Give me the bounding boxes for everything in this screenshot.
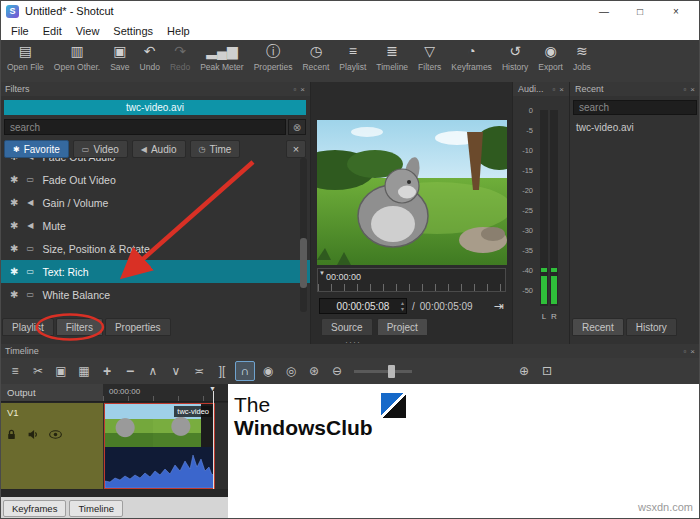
close-panel-icon[interactable]: ×: [690, 85, 695, 94]
ripple-icon[interactable]: ◎: [281, 361, 301, 381]
properties-button[interactable]: ⓘProperties: [250, 43, 297, 72]
scrub-while-dragging-icon[interactable]: ◉: [258, 361, 278, 381]
timeline-icon: ≣: [386, 43, 398, 60]
playhead-line[interactable]: [213, 391, 214, 489]
filter-item-fade-out-audio[interactable]: ✱◀Fade Out Audio: [0, 158, 310, 168]
zoom-in-icon[interactable]: ⊕: [514, 361, 534, 381]
filters-button[interactable]: ▽Filters: [414, 43, 445, 72]
float-panel-icon[interactable]: ▫: [552, 85, 555, 94]
v1-track-header[interactable]: V1: [0, 403, 103, 489]
close-panel-icon[interactable]: ×: [690, 347, 695, 356]
timeline-menu-icon[interactable]: ≡: [5, 361, 25, 381]
filter-tab-video[interactable]: ▭Video: [73, 140, 128, 158]
maximize-button[interactable]: □: [622, 0, 658, 22]
filter-tab-audio[interactable]: ◀Audio: [132, 140, 186, 158]
close-panel-icon[interactable]: ×: [300, 85, 305, 94]
dock-tab-keyframes[interactable]: Keyframes: [3, 500, 66, 517]
menu-edit[interactable]: Edit: [36, 24, 69, 38]
float-panel-icon[interactable]: ▫: [683, 347, 686, 356]
skip-to-end-button[interactable]: ⇥: [494, 299, 504, 313]
menu-settings[interactable]: Settings: [106, 24, 160, 38]
playhead-marker-icon[interactable]: ▼: [319, 270, 325, 276]
current-clip-name: twc-video.avi: [4, 100, 306, 115]
spin-down-icon[interactable]: ▾: [401, 306, 404, 312]
filter-tab-time[interactable]: ◷Time: [190, 140, 241, 158]
recent-file-item[interactable]: twc-video.avi: [576, 122, 634, 133]
ripple-delete-icon[interactable]: −: [120, 361, 140, 381]
filter-item-gain-volume[interactable]: ✱◀Gain / Volume: [0, 191, 310, 214]
preview-scrubber[interactable]: ▼ 00:00:00: [317, 268, 506, 292]
mute-speaker-icon[interactable]: [27, 429, 39, 440]
title-bar: S Untitled* - Shotcut — □ ×: [0, 0, 700, 22]
dock-tab-timeline[interactable]: Timeline: [69, 500, 123, 517]
dock-tab-recent[interactable]: Recent: [572, 318, 624, 336]
lift-icon[interactable]: ∧: [143, 361, 163, 381]
timeline-panel-header: Timeline ▫ ×: [0, 344, 700, 358]
playlist-button[interactable]: ≡Playlist: [335, 43, 370, 72]
overwrite-icon[interactable]: ∨: [166, 361, 186, 381]
preview-tab-project[interactable]: Project: [377, 318, 428, 336]
db-scale-label: -40: [515, 266, 533, 275]
copy-icon[interactable]: ▣: [51, 361, 71, 381]
scrollbar-thumb[interactable]: [300, 238, 307, 288]
favorite-star-icon: ✱: [10, 266, 18, 277]
open-file-button[interactable]: ▤Open File: [3, 43, 48, 72]
output-track-header[interactable]: Output: [0, 384, 103, 402]
channel-label-right: R: [550, 312, 558, 321]
recent-button[interactable]: ◷Recent: [298, 43, 333, 72]
ripple-all-tracks-icon[interactable]: ⊛: [304, 361, 324, 381]
filter-item-mute[interactable]: ✱◀Mute: [0, 214, 310, 237]
menu-help[interactable]: Help: [160, 24, 197, 38]
history-button[interactable]: ↺History: [498, 43, 532, 72]
menu-file[interactable]: File: [4, 24, 36, 38]
filter-list-scrollbar[interactable]: [300, 158, 307, 312]
paste-icon[interactable]: ▦: [74, 361, 94, 381]
jobs-button[interactable]: ≋Jobs: [569, 43, 595, 72]
append-icon[interactable]: +: [97, 361, 117, 381]
current-time-field[interactable]: 00:00:05:08 ▴▾: [319, 298, 407, 314]
zoom-fit-icon[interactable]: ⊡: [537, 361, 557, 381]
clear-search-icon[interactable]: ⊗: [288, 119, 306, 135]
close-panel-icon[interactable]: ×: [559, 85, 564, 94]
dock-tab-filters[interactable]: Filters: [56, 318, 103, 336]
filter-item-white-balance[interactable]: ✱▭White Balance: [0, 283, 310, 306]
dock-tab-history[interactable]: History: [626, 318, 677, 336]
recent-search-input[interactable]: [573, 100, 697, 115]
preview-tab-source[interactable]: Source: [321, 318, 373, 336]
marker-icon[interactable]: ≍: [189, 361, 209, 381]
filter-tab-favorite[interactable]: ✱Favorite: [4, 140, 69, 158]
minimize-button[interactable]: —: [586, 0, 622, 22]
cut-icon[interactable]: ✂: [28, 361, 48, 381]
close-button[interactable]: ×: [658, 0, 694, 22]
save-button[interactable]: ▣Save: [106, 43, 133, 72]
filter-item-fade-out-video[interactable]: ✱▭Fade Out Video: [0, 168, 310, 191]
v1-track-lane: twc-video: [103, 403, 228, 489]
zoom-out-icon[interactable]: ⊖: [327, 361, 347, 381]
hide-eye-icon[interactable]: [49, 430, 62, 439]
split-icon[interactable]: ][: [212, 361, 232, 381]
menu-bar: File Edit View Settings Help: [0, 22, 700, 40]
filter-item-size-position-rotate[interactable]: ✱▭Size, Position & Rotate: [0, 237, 310, 260]
timeline-button[interactable]: ≣Timeline: [372, 43, 412, 72]
db-scale-label: -5: [515, 126, 533, 135]
zoom-slider-thumb[interactable]: [388, 365, 395, 378]
lock-icon[interactable]: [6, 429, 17, 440]
peak-meter-button[interactable]: ▂▄▆Peak Meter: [196, 43, 247, 72]
open-other-button[interactable]: ▥Open Other.: [50, 43, 104, 72]
recent-panel-title: Recent: [575, 84, 604, 94]
favorite-star-icon: ✱: [10, 197, 18, 208]
filter-item-text-rich[interactable]: ✱▭Text: Rich: [0, 260, 310, 283]
export-button[interactable]: ◉Export: [534, 43, 567, 72]
dock-tab-properties[interactable]: Properties: [105, 318, 171, 336]
snap-magnet-icon[interactable]: ∩: [235, 361, 255, 381]
undo-button[interactable]: ↶Undo: [136, 43, 164, 72]
float-panel-icon[interactable]: ▫: [293, 85, 296, 94]
timeline-zoom-slider[interactable]: [354, 370, 412, 373]
dock-tab-playlist[interactable]: Playlist: [2, 318, 54, 336]
menu-view[interactable]: View: [69, 24, 107, 38]
close-filter-list-icon[interactable]: ×: [286, 140, 306, 158]
video-clip[interactable]: twc-video: [104, 403, 215, 489]
filters-search-input[interactable]: [4, 119, 286, 135]
float-panel-icon[interactable]: ▫: [683, 85, 686, 94]
keyframes-button[interactable]: ◔Keyframes: [447, 43, 496, 72]
